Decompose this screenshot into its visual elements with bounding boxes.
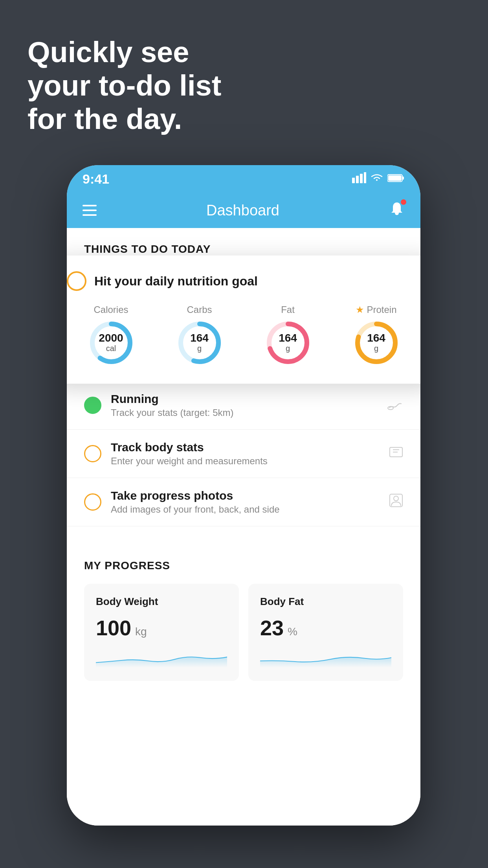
body-fat-sparkline [260,648,391,668]
nav-bar: Dashboard [67,193,420,228]
nutrition-card-title: Hit your daily nutrition goal [94,274,258,289]
hero-line2: your to-do list [28,69,221,102]
calories-donut: 2000 cal [88,319,135,366]
todo-subtitle-running: Track your stats (target: 5km) [111,407,378,418]
notification-dot [401,199,406,205]
nutrition-items-row: Calories 2000 cal [67,304,420,366]
body-fat-value: 23 [260,616,284,640]
bell-button[interactable] [389,201,405,220]
fat-donut-label: 164 g [279,333,297,353]
hamburger-menu[interactable] [83,205,97,216]
running-icon [387,397,403,414]
body-weight-title: Body Weight [96,596,227,608]
todo-circle-photos [84,493,101,511]
fat-donut: 164 g [264,319,312,366]
status-time: 9:41 [83,171,109,187]
fat-label: Fat [281,304,295,315]
person-icon [389,493,403,511]
calories-donut-label: 2000 cal [99,333,123,353]
progress-cards: Body Weight 100 kg [84,584,403,681]
body-fat-value-row: 23 % [260,616,391,640]
content-area: THINGS TO DO TODAY Hit your daily nutrit… [67,228,420,826]
carbs-donut: 164 g [176,319,223,366]
nutrition-card-title-row: Hit your daily nutrition goal [67,271,420,291]
carbs-donut-label: 164 g [190,333,209,353]
svg-rect-3 [364,172,366,183]
todo-circle-body-stats [84,445,101,462]
status-bar: 9:41 [67,165,420,193]
body-weight-unit: kg [135,625,147,638]
todo-subtitle-body-stats: Enter your weight and measurements [111,456,380,467]
nav-title: Dashboard [206,202,279,219]
todo-list: Running Track your stats (target: 5km) T… [67,381,420,526]
wifi-icon [370,173,383,186]
svg-rect-5 [402,177,404,180]
todo-item-body-stats[interactable]: Track body stats Enter your weight and m… [67,430,420,478]
svg-rect-1 [356,176,359,183]
body-weight-sparkline [96,648,227,668]
fat-item: Fat 164 g [264,304,312,366]
protein-donut-label: 164 g [367,333,385,353]
svg-rect-0 [352,178,355,183]
body-weight-card[interactable]: Body Weight 100 kg [84,584,239,681]
progress-section: MY PROGRESS Body Weight 100 kg [67,542,420,681]
svg-rect-2 [360,174,363,183]
nutrition-check-circle [67,271,86,291]
carbs-label: Carbs [187,304,212,315]
protein-donut: 164 g [353,319,400,366]
todo-text-photos: Take progress photos Add images of your … [111,489,380,515]
todo-title-photos: Take progress photos [111,489,380,502]
body-fat-unit: % [288,625,297,638]
protein-item: ★ Protein 164 g [353,304,400,366]
hero-text: Quickly see your to-do list for the day. [28,35,221,136]
todo-circle-running [84,397,101,414]
body-fat-card[interactable]: Body Fat 23 % [248,584,403,681]
todo-item-running[interactable]: Running Track your stats (target: 5km) [67,381,420,430]
progress-header: MY PROGRESS [84,559,403,572]
signal-icon [352,172,366,186]
calories-item: Calories 2000 cal [88,304,135,366]
todo-text-running: Running Track your stats (target: 5km) [111,392,378,418]
protein-star-icon: ★ [356,304,364,315]
calories-label: Calories [94,304,128,315]
body-weight-value-row: 100 kg [96,616,227,640]
hero-line3: for the day. [28,102,221,136]
protein-label: ★ Protein [356,304,396,315]
svg-rect-6 [388,175,402,181]
todo-subtitle-photos: Add images of your front, back, and side [111,504,380,515]
todo-item-photos[interactable]: Take progress photos Add images of your … [67,478,420,526]
body-weight-value: 100 [96,616,131,640]
carbs-item: Carbs 164 g [176,304,223,366]
phone-mockup: 9:41 [67,165,420,826]
svg-point-20 [394,496,398,501]
hero-line1: Quickly see [28,35,221,69]
scale-icon [389,445,403,463]
todo-text-body-stats: Track body stats Enter your weight and m… [111,441,380,467]
battery-icon [387,173,405,185]
body-fat-title: Body Fat [260,596,391,608]
status-icons [352,172,405,186]
nutrition-card: Hit your daily nutrition goal Calories [67,256,420,384]
todo-title-running: Running [111,392,378,406]
todo-title-body-stats: Track body stats [111,441,380,454]
